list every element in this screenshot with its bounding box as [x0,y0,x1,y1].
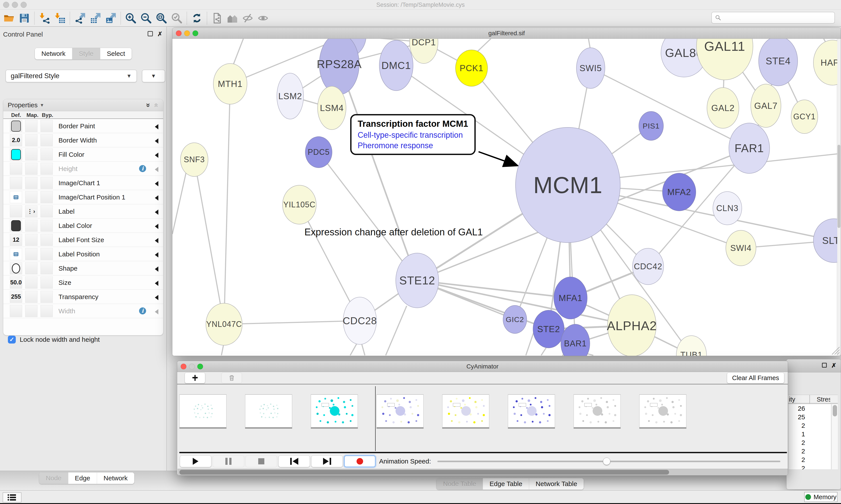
timeline-scrollbar[interactable] [178,469,788,475]
results-row[interactable]: 26 [788,404,831,413]
export-image-button[interactable] [103,11,118,25]
tab-select[interactable]: Select [100,48,132,59]
frame-thumbnail-0[interactable] [179,395,227,427]
import-table-button[interactable] [52,11,68,25]
network-node-pis1[interactable]: PIS1 [639,111,664,141]
network-node-ste12[interactable]: STE12 [395,253,439,308]
network-node-swi4[interactable]: SWI4 [726,230,756,266]
results-row[interactable]: 2 [788,455,831,464]
export-network-button[interactable] [72,11,88,25]
bypass-cell[interactable] [40,262,53,274]
frame-thumbnail-1[interactable] [245,395,292,427]
show-details-button[interactable] [255,11,271,25]
info-icon[interactable]: i [139,307,146,314]
network-node-mth1[interactable]: MTH1 [213,63,247,105]
default-cell[interactable] [10,163,22,175]
network-node-snf3[interactable]: SNF3 [180,143,208,177]
network-window-titlebar[interactable]: galFiltered.sif [172,28,841,39]
results-row[interactable]: 2 [788,438,831,447]
properties-dropdown-icon[interactable]: ▼ [40,103,44,108]
collapse-all-icon[interactable]: « [153,103,161,107]
default-cell[interactable] [10,148,22,161]
zoom-out-button[interactable] [139,11,154,25]
mapping-cell[interactable] [25,134,37,146]
expand-property-icon[interactable] [155,181,158,186]
save-session-button[interactable] [17,11,32,25]
tab-network-table[interactable]: Network Table [529,478,584,489]
expand-property-icon[interactable] [155,309,158,314]
results-panel-titlebar[interactable]: ✗ [786,359,841,373]
search-input[interactable] [723,14,831,21]
mapping-cell[interactable] [25,248,37,260]
zoom-in-button[interactable] [123,11,139,25]
default-cell[interactable]: 50.0 [10,276,22,289]
expand-property-icon[interactable] [155,195,158,201]
expand-property-icon[interactable] [155,124,158,129]
tab-network[interactable]: Network [35,48,72,59]
animation-speed-thumb[interactable] [603,457,610,465]
search-box[interactable] [711,12,835,24]
bypass-cell[interactable] [40,234,53,246]
clear-all-frames-button[interactable]: Clear All Frames [727,373,784,383]
bypass-cell[interactable] [40,148,53,161]
import-network-button[interactable] [37,11,52,25]
network-node-gal2[interactable]: GAL2 [707,87,739,128]
expand-property-icon[interactable] [155,252,158,257]
mapping-cell[interactable]: ⋮› [25,205,37,217]
annotation-link[interactable]: Cell-type-specific transcription [358,130,468,140]
column-stress[interactable]: Stres [817,396,830,403]
export-table-button[interactable] [88,11,103,25]
mapping-cell[interactable] [25,291,37,303]
results-row[interactable]: 25 [788,413,831,421]
frame-thumbnail-4[interactable] [442,395,489,427]
pause-button[interactable] [213,455,244,467]
network-node-mfa1[interactable]: MFA1 [554,277,587,319]
default-cell[interactable] [10,220,22,232]
network-overview-button[interactable] [225,11,240,25]
close-panel-icon[interactable]: ✗ [158,31,162,37]
network-node-ste2[interactable]: STE2 [533,310,565,348]
default-cell[interactable] [10,205,22,217]
default-cell[interactable]: 2.0 [10,134,22,146]
network-node-pdc5[interactable]: PDC5 [305,137,332,168]
network-node-yil105c[interactable]: YIL105C [282,185,317,224]
bypass-cell[interactable] [40,134,53,146]
cp-tab-network[interactable]: Network [97,472,134,484]
add-frame-button[interactable] [185,373,205,383]
mapping-cell[interactable] [25,234,37,246]
network-node-lsm4[interactable]: LSM4 [317,86,346,130]
lock-size-checkbox[interactable]: ✓ [8,336,16,343]
bypass-cell[interactable] [40,177,53,189]
annotation-link[interactable]: Pheromone response [358,141,468,150]
default-cell[interactable] [10,262,22,274]
network-node-ynl047c[interactable]: YNL047C [205,303,243,345]
bypass-cell[interactable] [40,120,53,132]
network-node-dmc1[interactable]: DMC1 [379,40,413,91]
expand-all-icon[interactable]: » [144,103,153,107]
network-node-cdc42[interactable]: CDC42 [632,248,664,285]
expand-property-icon[interactable] [155,238,158,243]
network-node-mcm1[interactable]: MCM1 [515,127,621,243]
open-folder-button[interactable] [1,11,17,25]
network-node-gic2[interactable]: GIC2 [503,305,527,334]
bypass-cell[interactable] [40,205,53,217]
record-button[interactable] [344,455,376,467]
skip-end-button[interactable] [311,455,343,467]
results-scrollbar[interactable] [831,404,838,470]
delete-frame-button[interactable] [221,373,242,383]
playhead[interactable] [375,386,376,451]
resize-grip-icon[interactable] [830,345,840,355]
task-history-button[interactable] [3,492,21,502]
default-cell[interactable] [10,191,22,203]
network-vertical-scrollbar[interactable] [837,39,841,356]
network-node-pck1[interactable]: PCK1 [455,50,488,87]
network-node-gal7[interactable]: GAL7 [751,84,781,128]
mapping-cell[interactable] [25,163,37,175]
expand-property-icon[interactable] [155,281,158,286]
cp-tab-node[interactable]: Node [39,472,68,484]
results-row[interactable]: 2 [788,464,831,470]
style-selector[interactable]: galFiltered Style ▼ [5,70,137,82]
frame-thumbnail-3[interactable] [376,395,424,427]
network-node-alpha2[interactable]: ALPHA2 [607,294,656,356]
frame-thumbnail-5[interactable] [508,395,555,427]
